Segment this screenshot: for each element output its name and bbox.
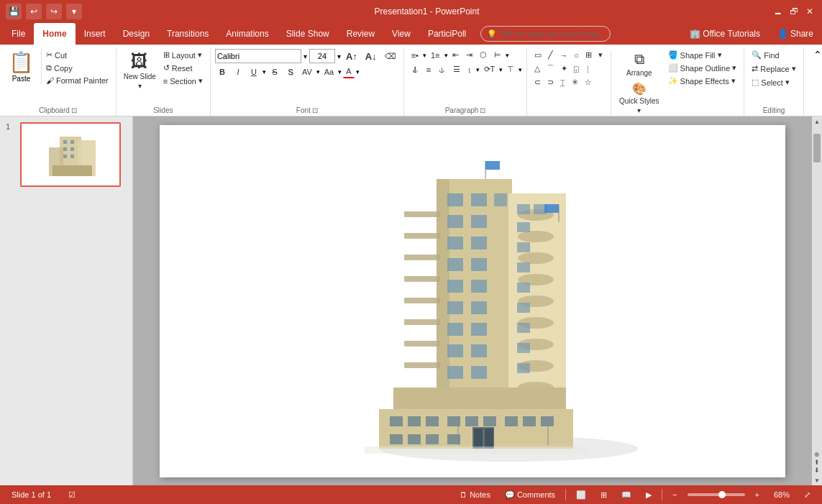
- font-size-input[interactable]: [309, 49, 335, 63]
- scrollbar-thumb[interactable]: [813, 134, 821, 162]
- bullets-dropdown-icon[interactable]: ▾: [423, 52, 426, 59]
- reset-button[interactable]: ↺ Reset: [160, 62, 206, 74]
- shape-effects-button[interactable]: ✨ Shape Effects ▾: [665, 75, 740, 87]
- shape-connector-button[interactable]: ⌒: [544, 62, 557, 75]
- shape-custom3-button[interactable]: ⊃: [544, 76, 557, 88]
- align-center-button[interactable]: ≡: [424, 64, 434, 75]
- char-spacing-dropdown-icon[interactable]: ▾: [316, 68, 320, 75]
- underline-button[interactable]: U: [247, 66, 261, 78]
- decrease-font-button[interactable]: A↓: [362, 50, 380, 63]
- shape-star-button[interactable]: ✦: [558, 62, 570, 75]
- shape-custom6-button[interactable]: ☆: [582, 76, 595, 88]
- collapse-button[interactable]: ⬇: [814, 467, 820, 474]
- close-button[interactable]: ✕: [803, 5, 816, 18]
- slide-canvas[interactable]: [160, 125, 785, 477]
- zoom-level[interactable]: 68%: [770, 489, 794, 500]
- shape-oval-button[interactable]: ○: [571, 49, 582, 61]
- bold-button[interactable]: B: [215, 66, 229, 78]
- shape-outline-button[interactable]: ⬜ Shape Outline ▾: [665, 62, 740, 74]
- paste-button[interactable]: 📋 Paste: [4, 49, 38, 84]
- minimize-button[interactable]: 🗕: [772, 5, 785, 18]
- menu-participoll[interactable]: ParticiPoll: [419, 23, 475, 45]
- zoom-in-button[interactable]: +: [751, 489, 764, 500]
- tell-me-input[interactable]: 💡 Tell me what you want to do...: [480, 26, 611, 42]
- section-button[interactable]: ≡ Section ▾: [160, 75, 206, 87]
- align-left-button[interactable]: ⫝̸: [408, 64, 422, 75]
- find-button[interactable]: 🔍 Find: [749, 49, 782, 61]
- quick-styles-button[interactable]: 🎨 Quick Styles ▾: [616, 80, 662, 116]
- paragraph-expand-icon[interactable]: ⊡: [480, 106, 485, 114]
- arrange-button[interactable]: ⧉ Arrange: [616, 49, 662, 79]
- align-right-button[interactable]: ⫝: [435, 64, 449, 75]
- office-tutorials-button[interactable]: 🏢 Office Tutorials: [684, 29, 766, 39]
- text-direction-button[interactable]: ⟳T: [481, 63, 498, 75]
- restore-button[interactable]: 🗗: [787, 5, 800, 18]
- shape-rect-button[interactable]: ▭: [531, 49, 544, 61]
- text-direction-dropdown-icon[interactable]: ▾: [499, 66, 503, 73]
- menu-slideshow[interactable]: Slide Show: [278, 23, 338, 45]
- select-button[interactable]: ⬚ Select ▾: [749, 76, 793, 88]
- clipboard-expand-icon[interactable]: ⊡: [71, 106, 77, 114]
- scroll-down-arrow[interactable]: ▼: [812, 475, 822, 485]
- slide-sorter-button[interactable]: ⊞: [596, 489, 611, 501]
- menu-view[interactable]: View: [383, 23, 419, 45]
- bullets-button[interactable]: ≡•: [408, 50, 421, 61]
- expand-button[interactable]: ⬆: [814, 459, 820, 466]
- numbering-dropdown-icon[interactable]: ▾: [444, 52, 448, 59]
- menu-file[interactable]: File: [3, 23, 34, 45]
- shape-dropdown-button[interactable]: ▾: [595, 49, 606, 61]
- cut-button[interactable]: ✂ Cut: [43, 49, 111, 61]
- underline-dropdown-icon[interactable]: ▾: [262, 68, 266, 75]
- text-case-button[interactable]: Aa: [321, 66, 337, 78]
- shape-callout-button[interactable]: △: [531, 62, 543, 75]
- font-name-input[interactable]: [215, 49, 301, 63]
- copy-button[interactable]: ⧉ Copy: [43, 62, 111, 74]
- align-text-button[interactable]: ⊤: [504, 63, 517, 75]
- smartart-button[interactable]: ⬡: [477, 49, 490, 61]
- align-text-dropdown-icon[interactable]: ▾: [519, 66, 522, 73]
- shadow-button[interactable]: S: [283, 66, 298, 78]
- shape-custom2-button[interactable]: ⊂: [531, 76, 544, 88]
- font-color-dropdown-icon[interactable]: ▾: [356, 68, 360, 75]
- decrease-indent-button[interactable]: ⇤: [449, 49, 462, 61]
- shape-line-button[interactable]: ╱: [545, 49, 556, 61]
- shape-arrow-button[interactable]: →: [557, 49, 570, 61]
- increase-font-button[interactable]: A↑: [343, 50, 360, 63]
- save-button[interactable]: 💾: [6, 4, 22, 19]
- shape-trapez-button[interactable]: ⌺: [571, 62, 582, 75]
- menu-review[interactable]: Review: [338, 23, 383, 45]
- layout-button[interactable]: ⊞ Layout ▾: [160, 49, 206, 61]
- justify-button[interactable]: ☰: [450, 63, 463, 75]
- columns-dropdown-icon[interactable]: ▾: [506, 52, 509, 59]
- font-expand-icon[interactable]: ⊡: [312, 106, 318, 114]
- font-size-dropdown-icon[interactable]: ▾: [337, 52, 341, 60]
- shape-custom5-button[interactable]: ✳: [569, 76, 581, 88]
- line-spacing-button[interactable]: ↕: [465, 64, 475, 75]
- strikethrough-button[interactable]: S: [268, 66, 282, 78]
- scroll-up-arrow[interactable]: ▲: [812, 116, 822, 127]
- zoom-out-button[interactable]: −: [668, 489, 681, 500]
- zoom-slider[interactable]: [688, 493, 745, 496]
- redo-button[interactable]: ↪: [46, 4, 62, 19]
- italic-button[interactable]: I: [231, 66, 245, 78]
- columns-button[interactable]: ⊨: [491, 49, 504, 61]
- char-spacing-button[interactable]: AV: [299, 66, 315, 78]
- undo-button[interactable]: ↩: [26, 4, 42, 19]
- fit-slide-button[interactable]: ⊕: [814, 451, 820, 458]
- text-case-dropdown-icon[interactable]: ▾: [338, 68, 342, 75]
- new-slide-button[interactable]: 🖼 New Slide ▾: [121, 49, 159, 92]
- menu-home[interactable]: Home: [34, 23, 75, 45]
- normal-view-button[interactable]: ⬜: [572, 489, 590, 501]
- reading-view-button[interactable]: 📖: [617, 489, 636, 501]
- share-button[interactable]: 👤 Share: [772, 29, 819, 39]
- clear-formatting-button[interactable]: ⌫: [382, 50, 399, 63]
- menu-animations[interactable]: Animations: [217, 23, 277, 45]
- numbering-button[interactable]: 1≡: [428, 50, 443, 61]
- increase-indent-button[interactable]: ⇥: [463, 49, 475, 61]
- comments-button[interactable]: 💬 Comments: [501, 489, 560, 501]
- format-painter-button[interactable]: 🖌 Format Painter: [43, 75, 111, 86]
- slide-thumbnail-1[interactable]: [20, 122, 121, 187]
- replace-button[interactable]: ⇄ Replace ▾: [749, 63, 798, 75]
- menu-design[interactable]: Design: [114, 23, 158, 45]
- menu-transitions[interactable]: Transitions: [158, 23, 217, 45]
